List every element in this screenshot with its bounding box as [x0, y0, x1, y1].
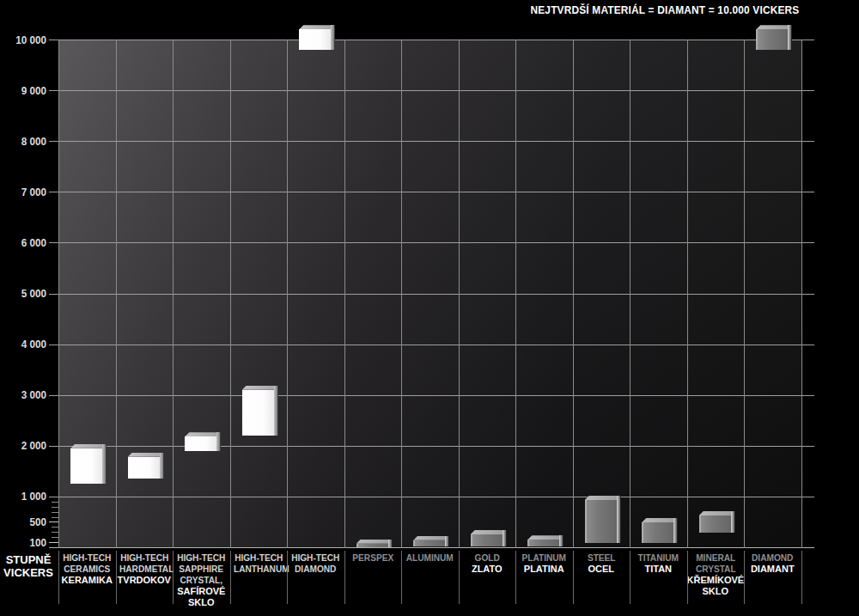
- column-label-diamond: DIAMONDDIAMANT: [744, 552, 801, 575]
- y-tick-label-3000: 3 000: [4, 389, 46, 400]
- column-separator-8: [515, 551, 516, 604]
- label-en-high-tech-diamond-0: HIGH-TECH: [290, 552, 341, 564]
- gridline-x-4: [287, 40, 288, 548]
- bar-face-high-tech-hardmetal: [128, 457, 161, 479]
- gridline-x-3: [230, 40, 231, 548]
- column-separator-12: [744, 551, 745, 604]
- column-separator-1: [116, 551, 117, 604]
- column-separator-3: [230, 551, 231, 604]
- gridline-x-7: [459, 40, 460, 548]
- bar-high-tech-hardmetal: [128, 457, 161, 479]
- column-label-high-tech-hardmetal: HIGH-TECHHARDMETALTVRDOKOV: [116, 552, 174, 586]
- bar-side-face-aluminum: [445, 536, 449, 547]
- column-separator-13: [801, 551, 802, 604]
- label-cz-gold-0: ZLATO: [459, 564, 516, 575]
- bar-top-face-platinum: [527, 535, 564, 540]
- label-cz-steel-0: OCEL: [573, 564, 631, 575]
- label-en-high-tech-lanthanum-0: HIGH-TECH: [233, 552, 283, 564]
- y-minor-tick-400: [52, 527, 58, 528]
- column-label-high-tech-sapphire-crystal: HIGH-TECHSAPPHIRECRYSTAL,SAFÍROVÉSKLO: [173, 552, 230, 607]
- bar-top-face-high-tech-ceramics: [70, 444, 107, 448]
- bar-high-tech-sapphire-crystal: [185, 436, 217, 451]
- bar-side-face-titanium: [673, 518, 678, 543]
- label-en-mineral-crystal-1: CRYSTAL: [690, 564, 740, 575]
- y-tick-label-500: 500: [4, 516, 46, 528]
- bar-aluminum: [413, 540, 446, 547]
- bar-face-high-tech-ceramics: [70, 448, 103, 484]
- label-cz-high-tech-sapphire-crystal-1: SKLO: [173, 597, 230, 608]
- column-label-perspex: PERSPEX: [344, 552, 402, 564]
- label-en-high-tech-hardmetal-0: HIGH-TECH: [119, 552, 169, 564]
- gridline-x-2: [173, 40, 174, 548]
- label-cz-mineral-crystal-1: SKLO: [687, 586, 745, 597]
- column-separator-10: [630, 551, 631, 604]
- y-axis-title: STUPNĚ VICKERS: [0, 553, 57, 579]
- column-separator-11: [687, 551, 688, 604]
- bar-mineral-crystal: [699, 515, 732, 533]
- bar-high-tech-lanthanum: [242, 390, 275, 436]
- label-en-perspex-0: PERSPEX: [347, 552, 398, 564]
- gridline-y-6000: [49, 242, 814, 243]
- y-tick-label-6000: 6 000: [4, 237, 46, 248]
- label-en-high-tech-sapphire-crystal-2: CRYSTAL,: [176, 575, 227, 586]
- bar-top-face-titanium: [642, 518, 678, 522]
- label-en-platinum-0: PLATINUM: [519, 552, 570, 564]
- y-axis-title-line2: VICKERS: [0, 566, 57, 579]
- column-label-high-tech-lanthanum: HIGH-TECHLANTHANUM: [230, 552, 288, 575]
- column-separator-4: [287, 551, 288, 604]
- bar-steel: [585, 500, 618, 543]
- label-en-high-tech-sapphire-crystal-1: SAPPHIRE: [176, 564, 227, 575]
- gridline-x-9: [573, 40, 574, 548]
- y-tick-label-7000: 7 000: [4, 186, 46, 198]
- column-label-gold: GOLDZLATO: [459, 552, 516, 575]
- column-separator-6: [401, 551, 402, 604]
- column-label-platinum: PLATINUMPLATINA: [515, 552, 573, 575]
- column-label-high-tech-diamond: HIGH-TECHDIAMOND: [287, 552, 344, 575]
- label-en-gold-0: GOLD: [461, 552, 512, 564]
- label-cz-high-tech-sapphire-crystal-0: SAFÍROVÉ: [173, 586, 230, 597]
- gridline-y-9000: [49, 90, 814, 91]
- gridline-x-11: [687, 40, 688, 548]
- label-cz-high-tech-hardmetal-0: TVRDOKOV: [116, 575, 174, 586]
- bar-top-face-perspex: [356, 540, 393, 544]
- gridline-x-10: [630, 40, 631, 548]
- label-cz-high-tech-ceramics-0: KERAMIKA: [58, 575, 116, 586]
- bar-side-face-steel: [617, 496, 621, 543]
- gridline-y-4000: [49, 345, 814, 345]
- bar-face-gold: [471, 534, 503, 546]
- bar-titanium: [642, 522, 674, 543]
- bar-side-face-high-tech-sapphire-crystal: [216, 432, 221, 451]
- bar-high-tech-diamond: [299, 29, 332, 50]
- column-separator-0: [58, 551, 59, 604]
- bar-face-titanium: [642, 522, 674, 543]
- y-tick-label-2000: 2 000: [4, 440, 46, 451]
- bar-face-high-tech-diamond: [299, 29, 332, 50]
- column-label-mineral-crystal: MINERALCRYSTALKŘEMÍKOVÉSKLO: [687, 552, 745, 596]
- label-cz-platinum-0: PLATINA: [515, 564, 573, 575]
- bar-top-face-gold: [471, 530, 507, 534]
- column-label-steel: STEELOCEL: [573, 552, 631, 575]
- x-axis-line: [49, 547, 814, 548]
- column-separator-7: [459, 551, 460, 604]
- bar-face-platinum: [527, 540, 560, 546]
- bar-top-face-mineral-crystal: [699, 511, 735, 515]
- gridline-y-5000: [49, 294, 814, 295]
- column-label-high-tech-ceramics: HIGH-TECHCERAMICSKERAMIKA: [58, 552, 116, 586]
- gridline-x-12: [744, 40, 745, 548]
- y-tick-label-10000: 10 000: [4, 34, 46, 46]
- column-separator-9: [573, 551, 574, 604]
- bar-face-high-tech-lanthanum: [242, 390, 275, 436]
- bar-high-tech-ceramics: [70, 448, 103, 484]
- bar-face-aluminum: [413, 540, 446, 547]
- column-label-aluminum: ALUMINUM: [401, 552, 459, 564]
- bar-top-face-high-tech-sapphire-crystal: [185, 432, 221, 436]
- column-separator-5: [344, 551, 345, 604]
- gridline-x-8: [515, 40, 516, 548]
- bar-side-face-diamond: [788, 25, 792, 50]
- gridline-y-2000: [49, 446, 814, 447]
- y-minor-tick-800: [52, 507, 58, 508]
- y-minor-tick-900: [52, 502, 58, 503]
- label-en-high-tech-lanthanum-1: LANTHANUM: [233, 564, 283, 575]
- gridline-y-7000: [49, 192, 814, 192]
- vickers-hardness-chart: NEJTVRDŠÍ MATERIÁL = DIAMANT = 10.000 VI…: [0, 0, 859, 616]
